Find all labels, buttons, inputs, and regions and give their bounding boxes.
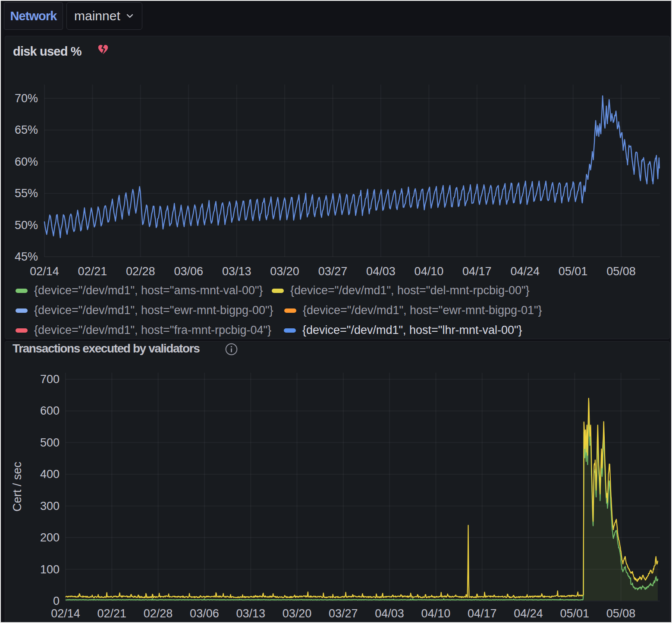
svg-text:45%: 45% bbox=[15, 250, 38, 263]
svg-text:02/14: 02/14 bbox=[51, 607, 80, 620]
svg-text:05/01: 05/01 bbox=[560, 607, 590, 620]
svg-text:03/27: 03/27 bbox=[318, 265, 348, 278]
svg-text:50%: 50% bbox=[15, 219, 38, 232]
svg-text:04/24: 04/24 bbox=[514, 607, 543, 620]
svg-text:400: 400 bbox=[40, 468, 60, 481]
svg-text:03/13: 03/13 bbox=[222, 265, 251, 278]
svg-text:03/13: 03/13 bbox=[236, 607, 265, 620]
svg-text:02/14: 02/14 bbox=[30, 265, 59, 278]
svg-text:70%: 70% bbox=[15, 92, 38, 105]
svg-text:200: 200 bbox=[40, 531, 60, 544]
svg-text:04/10: 04/10 bbox=[421, 607, 451, 620]
svg-text:05/08: 05/08 bbox=[606, 265, 636, 278]
svg-text:03/06: 03/06 bbox=[190, 607, 219, 620]
svg-text:500: 500 bbox=[40, 436, 60, 449]
svg-text:55%: 55% bbox=[15, 187, 38, 200]
svg-text:02/21: 02/21 bbox=[97, 607, 127, 620]
svg-text:04/17: 04/17 bbox=[462, 265, 492, 278]
svg-text:02/28: 02/28 bbox=[126, 265, 155, 278]
svg-text:700: 700 bbox=[40, 373, 60, 386]
svg-text:Cert / sec: Cert / sec bbox=[11, 462, 24, 512]
svg-text:03/20: 03/20 bbox=[270, 265, 299, 278]
svg-text:04/17: 04/17 bbox=[468, 607, 497, 620]
svg-text:100: 100 bbox=[40, 563, 60, 576]
svg-text:03/27: 03/27 bbox=[329, 607, 358, 620]
svg-text:02/28: 02/28 bbox=[144, 607, 173, 620]
svg-text:04/24: 04/24 bbox=[510, 265, 540, 278]
svg-text:600: 600 bbox=[40, 404, 60, 417]
svg-text:04/03: 04/03 bbox=[375, 607, 404, 620]
svg-text:03/20: 03/20 bbox=[283, 607, 312, 620]
svg-text:0: 0 bbox=[53, 595, 60, 607]
svg-text:03/06: 03/06 bbox=[174, 265, 204, 278]
svg-text:02/21: 02/21 bbox=[78, 265, 107, 278]
svg-text:60%: 60% bbox=[15, 155, 38, 168]
svg-text:04/03: 04/03 bbox=[366, 265, 396, 278]
svg-text:300: 300 bbox=[40, 500, 60, 513]
svg-text:04/10: 04/10 bbox=[415, 265, 444, 278]
svg-text:65%: 65% bbox=[15, 123, 38, 136]
svg-text:05/01: 05/01 bbox=[559, 265, 588, 278]
svg-text:05/08: 05/08 bbox=[606, 607, 636, 620]
